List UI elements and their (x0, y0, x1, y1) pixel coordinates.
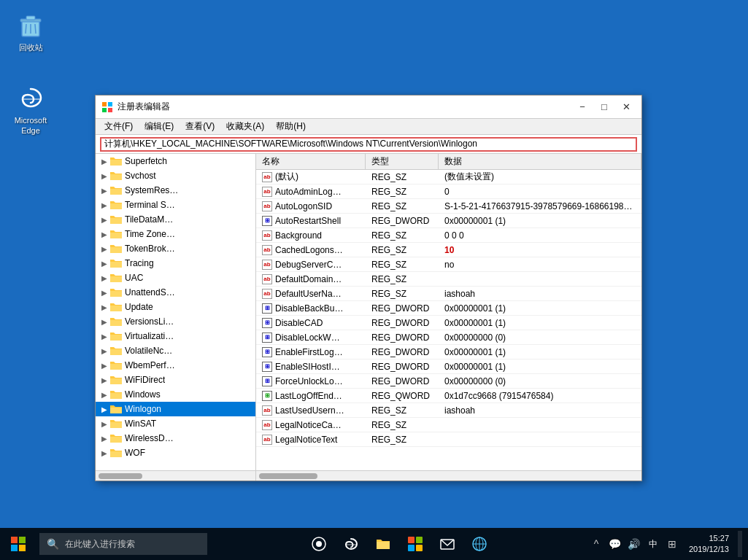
tree-item[interactable]: ▶ WbemPerf… (96, 358, 255, 373)
tray-volume[interactable]: 🔊 (626, 536, 642, 552)
tree-item[interactable]: ▶ Time Zone… (96, 227, 255, 241)
value-name: ab LegalNoticeCa… (256, 420, 366, 430)
value-data: 0x00000001 (1) (439, 216, 641, 226)
value-row[interactable]: ⊞ DisableBackBu… REG_DWORD 0x00000001 (1… (256, 301, 641, 316)
tree-item[interactable]: ▶ UnattendS… (96, 285, 255, 300)
tree-item[interactable]: ▶ TokenBrok… (96, 241, 255, 256)
values-panel[interactable]: 名称 类型 数据 ab (默认) REG_SZ (数值未设置) ab AutoA… (256, 154, 641, 470)
value-row[interactable]: ab LegalNoticeText REG_SZ (256, 432, 641, 447)
search-placeholder: 在此键入进行搜索 (65, 538, 135, 551)
minimize-button[interactable]: − (573, 99, 592, 115)
sys-tray: ^ 💬 🔊 中 ⊞ (588, 536, 680, 552)
value-row[interactable]: ab LastUsedUsern… REG_SZ iashoah (256, 403, 641, 418)
reg-dword-icon: ⊞ (262, 332, 272, 343)
tree-item[interactable]: ▶ VolatileNc… (96, 343, 255, 358)
value-row[interactable]: ⊞ ForceUnlockLo… REG_DWORD 0x00000000 (0… (256, 374, 641, 389)
arrow-icon: ▶ (101, 230, 110, 238)
value-row[interactable]: ab AutoAdminLog… REG_SZ 0 (256, 184, 641, 199)
tree-item[interactable]: ▶ Terminal S… (96, 198, 255, 212)
tree-item[interactable]: ▶ WirelessD… (96, 431, 255, 446)
value-row[interactable]: ab CachedLogons… REG_SZ 10 (256, 243, 641, 257)
menu-edit[interactable]: 编辑(E) (139, 119, 180, 134)
value-type: REG_DWORD (366, 318, 439, 328)
menu-favorites[interactable]: 收藏夹(A) (220, 119, 270, 134)
reg-sz-icon: ab (262, 187, 272, 197)
value-row[interactable]: ⊞ LastLogOffEnd… REG_QWORD 0x1d7cc9668 (… (256, 389, 641, 403)
tree-item[interactable]: ▶ WiFiDirect (96, 373, 255, 387)
h-scroll-area[interactable] (96, 470, 641, 481)
tray-ime[interactable]: ⊞ (664, 536, 680, 552)
arrow-icon: ▶ (101, 435, 110, 443)
address-bar (96, 135, 641, 154)
value-row[interactable]: ⊞ EnableSIHostI… REG_DWORD 0x00000001 (1… (256, 359, 641, 374)
tree-item[interactable]: ▶ TileDataM… (96, 212, 255, 227)
recycle-bin-icon[interactable]: 回收站 (7, 7, 54, 55)
value-data: (数值未设置) (439, 171, 641, 183)
show-desktop-button[interactable] (738, 531, 742, 557)
value-name: ⊞ DisableBackBu… (256, 303, 366, 314)
task-view-button[interactable] (304, 528, 333, 560)
svg-rect-8 (108, 102, 112, 106)
file-explorer-taskbar-icon[interactable] (369, 528, 398, 560)
tree-item[interactable]: ▶ Superfetch (96, 154, 255, 168)
value-row[interactable]: ab DefaultUserNa… REG_SZ iashoah (256, 287, 641, 301)
value-name: ⊞ EnableFirstLog… (256, 347, 366, 357)
menu-file[interactable]: 文件(F) (99, 119, 139, 134)
value-row[interactable]: ab DefaultDomain… REG_SZ (256, 272, 641, 287)
reg-sz-icon: ab (262, 435, 272, 445)
svg-rect-18 (408, 537, 415, 543)
tree-item[interactable]: ▶ SystemRes… (96, 183, 255, 198)
value-row[interactable]: ab LegalNoticeCa… REG_SZ (256, 418, 641, 432)
tree-item[interactable]: ▶ WOF (96, 446, 255, 460)
tree-item[interactable]: ▶ WinSAT (96, 416, 255, 431)
tree-item[interactable]: ▶ Svchost (96, 168, 255, 183)
menu-help[interactable]: 帮助(H) (270, 119, 312, 134)
tree-item-winlogon[interactable]: ▶ Winlogon (96, 402, 255, 416)
value-data: 0x1d7cc9668 (7915476584) (439, 391, 641, 401)
tree-hscroll[interactable] (99, 473, 142, 479)
value-row[interactable]: ab AutoLogonSID REG_SZ S-1-5-21-41766379… (256, 199, 641, 214)
value-row[interactable]: ⊞ DisableCAD REG_DWORD 0x00000001 (1) (256, 316, 641, 330)
mail-taskbar-icon[interactable] (433, 528, 462, 560)
tray-chevron[interactable]: ^ (588, 536, 604, 552)
values-hscroll[interactable] (259, 473, 317, 479)
arrow-icon: ▶ (101, 172, 110, 180)
tree-item-tracing[interactable]: ▶ Tracing (96, 256, 255, 271)
store-icon (407, 536, 423, 552)
value-row[interactable]: ab DebugServerC… REG_SZ no (256, 257, 641, 272)
tray-lang[interactable]: 中 (645, 536, 661, 552)
reg-sz-icon: ab (262, 230, 272, 241)
value-name: ab Background (256, 230, 366, 241)
network-taskbar-icon[interactable] (465, 528, 494, 560)
value-row[interactable]: ⊞ AutoRestartShell REG_DWORD 0x00000001 … (256, 214, 641, 228)
edge-image (16, 83, 45, 112)
value-row[interactable]: ab (默认) REG_SZ (数值未设置) (256, 170, 641, 184)
tree-item[interactable]: ▶ VersionsLi… (96, 314, 255, 329)
menu-view[interactable]: 查看(V) (180, 119, 220, 134)
windows-logo-icon (10, 536, 26, 552)
store-taskbar-icon[interactable] (401, 528, 430, 560)
tray-comment[interactable]: 💬 (607, 536, 623, 552)
tree-item[interactable]: ▶ Update (96, 300, 255, 314)
close-button[interactable]: ✕ (617, 99, 636, 115)
value-row-background[interactable]: ab Background REG_SZ 0 0 0 (256, 228, 641, 243)
clock[interactable]: 15:27 2019/12/13 (685, 533, 733, 556)
tree-item[interactable]: ▶ Windows (96, 387, 255, 402)
tree-item[interactable]: ▶ UAC (96, 271, 255, 285)
tree-panel[interactable]: ▶ Superfetch ▶ Svchost ▶ (96, 154, 256, 470)
edge-taskbar-icon[interactable] (336, 528, 366, 560)
value-type: REG_SZ (366, 405, 439, 416)
value-type: REG_SZ (366, 435, 439, 445)
value-type: REG_DWORD (366, 347, 439, 357)
tree-item[interactable]: ▶ Virtualizati… (96, 329, 255, 343)
start-button[interactable] (0, 528, 36, 560)
address-input[interactable] (100, 137, 637, 152)
value-type: REG_DWORD (366, 332, 439, 343)
value-row[interactable]: ⊞ EnableFirstLog… REG_DWORD 0x00000001 (… (256, 345, 641, 359)
value-row[interactable]: ⊞ DisableLockW… REG_DWORD 0x00000000 (0) (256, 330, 641, 345)
edge-desktop-icon[interactable]: MicrosoftEdge (7, 80, 54, 139)
col-header-data: 数据 (439, 154, 641, 169)
maximize-button[interactable]: □ (595, 99, 614, 115)
search-bar[interactable]: 🔍 在此键入进行搜索 (39, 533, 207, 555)
svg-rect-9 (102, 108, 107, 112)
